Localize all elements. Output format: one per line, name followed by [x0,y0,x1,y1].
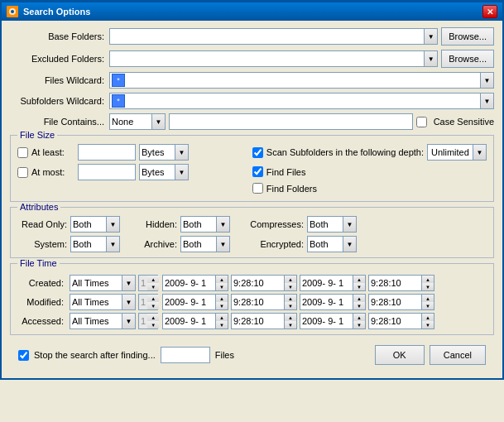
read-only-dropdown[interactable]: ▼ [106,217,119,232]
subfolders-wildcard-input[interactable] [127,94,480,108]
file-contains-text-input[interactable] [170,114,412,129]
cancel-button[interactable]: Cancel [430,345,486,365]
files-wildcard-input[interactable] [127,73,480,88]
created-time-from-down[interactable]: ▼ [285,283,296,290]
at-least-checkbox[interactable] [17,147,28,158]
created-date-from-up[interactable]: ▲ [216,276,228,283]
created-time-from[interactable]: 9:28:10 ▲ ▼ [231,275,297,291]
created-time-to-up[interactable]: ▲ [422,276,434,283]
stop-count-input[interactable]: 10000 [161,347,210,363]
system-combo[interactable]: Both ▼ [70,236,120,252]
accessed-date-from[interactable]: 2009- 9- 1 ▲ ▼ [162,313,228,329]
created-date-from[interactable]: 2009- 9- 1 ▲ ▼ [162,275,228,291]
accessed-time-to-down[interactable]: ▼ [422,321,434,328]
accessed-time-to-up[interactable]: ▲ [422,314,434,321]
ok-button[interactable]: OK [375,345,425,365]
excluded-folders-combo[interactable]: ▼ [109,50,438,67]
created-time-from-up[interactable]: ▲ [285,276,296,283]
case-sensitive-checkbox[interactable] [416,117,427,127]
accessed-time-to[interactable]: 9:28:10 ▲ ▼ [368,313,434,329]
file-contains-type-dropdown[interactable]: ▼ [151,114,165,129]
created-date-to-up[interactable]: ▲ [353,276,365,283]
at-most-unit-combo[interactable]: Bytes ▼ [139,164,189,180]
accessed-date-to-down[interactable]: ▼ [353,321,365,328]
modified-date-from[interactable]: 2009- 9- 1 ▲ ▼ [162,294,228,310]
close-button[interactable]: ✕ [482,5,497,18]
accessed-num-down[interactable]: ▼ [147,321,159,328]
accessed-date-to-up[interactable]: ▲ [353,314,365,321]
created-num-spin[interactable]: 1 ▲ ▼ [138,275,158,291]
created-time-to-down[interactable]: ▼ [422,283,434,290]
at-least-unit-combo[interactable]: Bytes ▼ [139,144,189,161]
modified-time-to-up[interactable]: ▲ [422,295,434,302]
main-content: Base Folders: ▼ Browse... Excluded Folde… [2,21,502,378]
modified-time-from-down[interactable]: ▼ [285,302,296,309]
created-num-down[interactable]: ▼ [147,283,159,290]
at-most-unit-dropdown[interactable]: ▼ [175,165,188,180]
stop-search-checkbox[interactable] [18,350,29,361]
subfolders-wildcard-dropdown[interactable]: ▼ [480,94,493,108]
modified-time-from[interactable]: 9:28:10 ▲ ▼ [231,294,297,310]
accessed-num-up[interactable]: ▲ [147,314,159,321]
modified-num-spin[interactable]: 1 ▲ ▼ [138,294,158,310]
created-time-dropdown[interactable]: ▼ [122,276,135,290]
modified-date-to[interactable]: 2009- 9- 1 ▲ ▼ [300,294,366,310]
encrypted-dropdown[interactable]: ▼ [343,237,356,252]
files-wildcard-combo[interactable]: * ▼ [109,72,494,89]
created-date-to-down[interactable]: ▼ [353,283,365,290]
base-folders-input[interactable] [110,29,424,44]
modified-time-to-down[interactable]: ▼ [422,302,434,309]
created-date-from-down[interactable]: ▼ [216,283,228,290]
modified-date-from-down[interactable]: ▼ [216,302,228,309]
depth-dropdown[interactable]: ▼ [473,145,486,160]
modified-date-to-down[interactable]: ▼ [353,302,365,309]
scan-subfolders-checkbox[interactable] [252,147,263,158]
compresses-dropdown[interactable]: ▼ [343,217,356,232]
modified-num-up[interactable]: ▲ [147,295,159,302]
accessed-time-from[interactable]: 9:28:10 ▲ ▼ [231,313,297,329]
base-folders-combo[interactable]: ▼ [109,28,438,45]
created-num-up[interactable]: ▲ [147,276,159,283]
system-dropdown[interactable]: ▼ [106,237,119,252]
modified-date-to-up[interactable]: ▲ [353,295,365,302]
file-contains-text-combo[interactable] [169,113,413,130]
created-date-to[interactable]: 2009- 9- 1 ▲ ▼ [300,275,366,291]
attributes-grid: Read Only: Both ▼ Hidden: Both ▼ Compres… [17,211,487,252]
accessed-time-dropdown[interactable]: ▼ [122,314,135,328]
created-time-to[interactable]: 9:28:10 ▲ ▼ [368,275,434,291]
modified-time-combo[interactable]: All Times ▼ [70,294,136,310]
archive-combo[interactable]: Both ▼ [180,236,230,252]
hidden-combo[interactable]: Both ▼ [180,216,230,233]
files-wildcard-dropdown[interactable]: ▼ [480,73,493,88]
accessed-date-from-down[interactable]: ▼ [216,321,228,328]
compresses-combo[interactable]: Both ▼ [307,216,357,233]
accessed-time-from-down[interactable]: ▼ [285,321,296,328]
find-files-checkbox[interactable] [252,166,263,177]
excluded-folders-input[interactable] [110,51,424,66]
encrypted-combo[interactable]: Both ▼ [307,236,357,252]
modified-time-from-up[interactable]: ▲ [285,295,296,302]
modified-num-down[interactable]: ▼ [147,302,159,309]
modified-date-from-up[interactable]: ▲ [216,295,228,302]
accessed-time-from-up[interactable]: ▲ [285,314,296,321]
modified-time-to[interactable]: 9:28:10 ▲ ▼ [368,294,434,310]
modified-time-dropdown[interactable]: ▼ [122,295,135,309]
find-folders-checkbox[interactable] [252,183,263,194]
excluded-folders-browse[interactable]: Browse... [441,50,494,68]
excluded-folders-dropdown[interactable]: ▼ [424,51,437,66]
base-folders-browse[interactable]: Browse... [441,27,494,46]
accessed-date-from-up[interactable]: ▲ [216,314,228,321]
base-folders-dropdown[interactable]: ▼ [424,29,437,44]
accessed-num-spin[interactable]: 1 ▲ ▼ [138,313,158,329]
at-least-unit-dropdown[interactable]: ▼ [175,145,188,160]
hidden-dropdown[interactable]: ▼ [216,217,229,232]
file-contains-type-combo[interactable]: None ▼ [109,113,166,130]
depth-combo[interactable]: Unlimited ▼ [427,144,487,161]
created-time-combo[interactable]: All Times ▼ [70,275,136,291]
subfolders-wildcard-combo[interactable]: * ▼ [109,93,494,109]
accessed-time-combo[interactable]: All Times ▼ [70,313,136,329]
at-most-checkbox[interactable] [17,167,28,178]
archive-dropdown[interactable]: ▼ [216,237,229,252]
read-only-combo[interactable]: Both ▼ [70,216,120,233]
accessed-date-to[interactable]: 2009- 9- 1 ▲ ▼ [300,313,366,329]
